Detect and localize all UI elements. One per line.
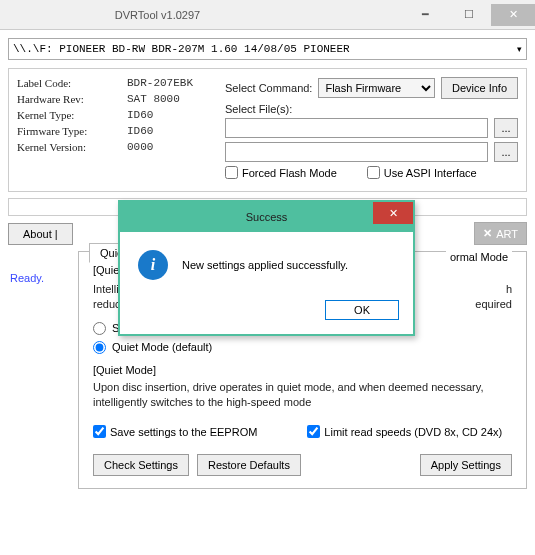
dialog-close-button[interactable]: ✕ xyxy=(373,202,413,224)
forced-flash-checkbox[interactable]: Forced Flash Mode xyxy=(225,166,337,179)
about-button[interactable]: About | xyxy=(8,223,73,245)
label-code-val: BDR-207EBK xyxy=(127,77,193,89)
device-info-button[interactable]: Device Info xyxy=(441,77,518,99)
browse-button-2[interactable]: ... xyxy=(494,142,518,162)
title-bar: DVRTool v1.0297 ━ ☐ ✕ xyxy=(0,0,535,30)
close-button[interactable]: ✕ xyxy=(491,4,535,26)
browse-button-1[interactable]: ... xyxy=(494,118,518,138)
select-files-label: Select File(s): xyxy=(225,103,518,115)
info-icon: i xyxy=(138,250,168,280)
check-settings-button[interactable]: Check Settings xyxy=(93,454,189,476)
firmware-type-val: ID60 xyxy=(127,125,153,137)
window-controls: ━ ☐ ✕ xyxy=(403,4,535,26)
chevron-down-icon: ▾ xyxy=(517,44,522,54)
file-input-1[interactable] xyxy=(225,118,488,138)
dialog-title: Success xyxy=(246,211,288,223)
actions-row: Check Settings Restore Defaults Apply Se… xyxy=(93,454,512,476)
select-command-label: Select Command: xyxy=(225,82,312,94)
tab-right-label: ormal Mode xyxy=(446,251,512,263)
label-code-key: Label Code: xyxy=(17,77,127,89)
abort-button[interactable]: ✕ART xyxy=(474,222,527,245)
use-aspi-checkbox[interactable]: Use ASPI Interface xyxy=(367,166,477,179)
restore-defaults-button[interactable]: Restore Defaults xyxy=(197,454,301,476)
file-input-2[interactable] xyxy=(225,142,488,162)
hardware-rev-key: Hardware Rev: xyxy=(17,93,127,105)
dialog-title-bar: Success ✕ xyxy=(120,202,413,232)
success-dialog: Success ✕ i New settings applied success… xyxy=(118,200,415,336)
dialog-message: New settings applied successfully. xyxy=(182,259,348,271)
limit-read-checkbox[interactable]: Limit read speeds (DVD 8x, CD 24x) xyxy=(307,425,502,438)
close-icon: ✕ xyxy=(483,227,492,240)
device-select[interactable]: \\.\F: PIONEER BD-RW BDR-207M 1.60 14/08… xyxy=(8,38,527,60)
kernel-version-key: Kernel Version: xyxy=(17,141,127,153)
firmware-type-key: Firmware Type: xyxy=(17,125,127,137)
quiet-mode-sub-title: [Quiet Mode] xyxy=(93,364,512,376)
save-eeprom-checkbox[interactable]: Save settings to the EEPROM xyxy=(93,425,257,438)
window-title: DVRTool v1.0297 xyxy=(12,9,403,21)
dialog-ok-button[interactable]: OK xyxy=(325,300,399,320)
device-row: \\.\F: PIONEER BD-RW BDR-207M 1.60 14/08… xyxy=(8,38,527,60)
hardware-rev-val: SAT 8000 xyxy=(127,93,180,105)
kernel-type-key: Kernel Type: xyxy=(17,109,127,121)
kernel-version-val: 0000 xyxy=(127,141,153,153)
command-select[interactable]: Flash Firmware xyxy=(318,78,435,98)
kernel-type-val: ID60 xyxy=(127,109,153,121)
command-col: Select Command: Flash Firmware Device In… xyxy=(225,77,518,183)
status-ready: Ready. xyxy=(10,272,44,284)
radio-quiet[interactable]: Quiet Mode (default) xyxy=(93,341,512,354)
maximize-button[interactable]: ☐ xyxy=(447,4,491,26)
minimize-button[interactable]: ━ xyxy=(403,4,447,26)
apply-settings-button[interactable]: Apply Settings xyxy=(420,454,512,476)
info-panel: Label Code:BDR-207EBK Hardware Rev:SAT 8… xyxy=(8,68,527,192)
quiet-mode-desc: Upon disc insertion, drive operates in q… xyxy=(93,380,512,410)
device-path: \\.\F: PIONEER BD-RW BDR-207M 1.60 14/08… xyxy=(13,43,350,55)
device-info-col: Label Code:BDR-207EBK Hardware Rev:SAT 8… xyxy=(17,77,215,183)
